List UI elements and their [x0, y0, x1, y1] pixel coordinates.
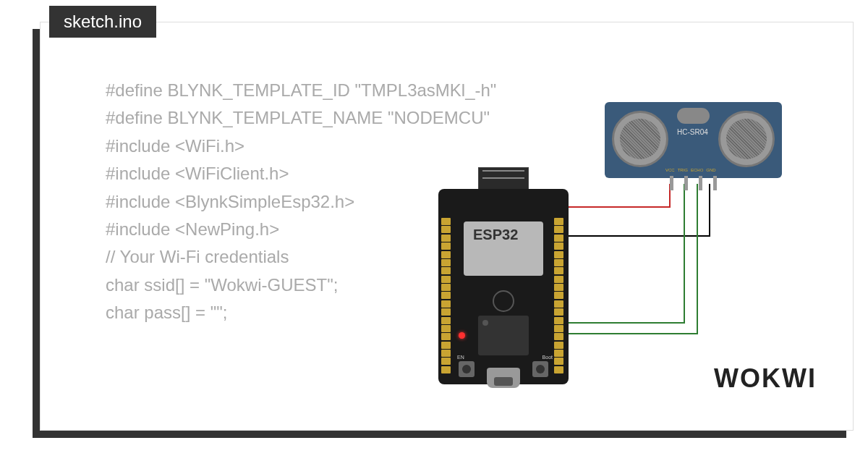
wokwi-logo: WOKWI: [714, 363, 817, 394]
power-led-icon: [459, 332, 465, 339]
ultrasonic-transducer-tx: [612, 111, 668, 167]
boot-button-label: Boot: [542, 355, 553, 360]
en-button-label: EN: [457, 355, 464, 360]
esp32-usb-chip: [478, 316, 529, 355]
esp32-pcb: ESP32 EN Boot: [438, 189, 569, 384]
ultrasonic-transducer-rx: [718, 111, 775, 167]
esp32-pins-right: [554, 218, 566, 373]
boot-button[interactable]: [532, 361, 548, 377]
hcsr04-pin-labels: VCC TRIG ECHO GND: [665, 168, 716, 172]
main-card: #define BLYNK_TEMPLATE_ID "TMPL3asMKl_-h…: [40, 22, 854, 431]
esp32-board[interactable]: ESP32 EN Boot: [438, 167, 569, 384]
crystal-oscillator: [677, 108, 710, 124]
espressif-logo-icon: [493, 290, 514, 312]
micro-usb-port: [487, 368, 520, 388]
circuit-diagram[interactable]: HC-SR04 VCC TRIG ECHO GND: [431, 102, 807, 377]
file-tab[interactable]: sketch.ino: [49, 6, 156, 38]
hcsr04-label: HC-SR04: [677, 128, 708, 136]
esp32-pins-left: [441, 218, 453, 373]
esp32-label: ESP32: [473, 227, 518, 243]
file-tab-label: sketch.ino: [64, 12, 142, 31]
hcsr04-pins: [670, 176, 717, 190]
code-line: #define BLYNK_TEMPLATE_ID "TMPL3asMKl_-h…: [106, 77, 612, 104]
en-button[interactable]: [459, 361, 475, 377]
hcsr04-pcb: HC-SR04 VCC TRIG ECHO GND: [605, 102, 782, 178]
hcsr04-sensor[interactable]: HC-SR04 VCC TRIG ECHO GND: [605, 102, 782, 182]
